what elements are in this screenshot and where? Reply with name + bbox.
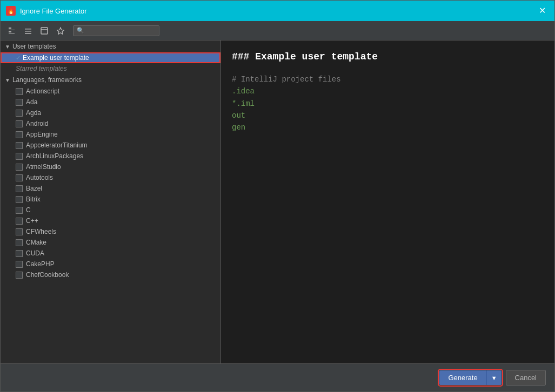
close-button[interactable]: ✕ (536, 5, 549, 16)
checkbox-cakephp (16, 261, 23, 268)
checkbox-cuda (16, 250, 23, 257)
item-label: Bazel (26, 185, 42, 192)
list-item[interactable]: CUDA (1, 248, 220, 259)
list-item[interactable]: Actionscript (1, 86, 220, 97)
example-user-template-item[interactable]: ✓ Example user template (1, 52, 220, 63)
list-item[interactable]: CakePHP (1, 259, 220, 269)
svg-rect-4 (25, 29, 31, 30)
checkbox-actionscript (16, 88, 23, 95)
checkbox-android (16, 120, 23, 127)
svg-rect-0 (9, 28, 11, 29)
checkbox-chefcookbook (16, 272, 23, 279)
generate-arrow-button[interactable]: ▼ (486, 370, 501, 385)
list-item[interactable]: Android (1, 118, 220, 129)
item-label: AppceleratorTitanium (26, 141, 88, 149)
svg-rect-2 (9, 31, 11, 32)
footer: Generate ▼ Cancel (1, 363, 554, 391)
search-box[interactable]: 🔍 (73, 25, 159, 36)
list-item[interactable]: CMake (1, 237, 220, 248)
list-item[interactable]: Agda (1, 107, 220, 118)
languages-frameworks-label: Languages, frameworks (12, 76, 82, 84)
list-item[interactable]: ArchLinuxPackages (1, 151, 220, 161)
checkbox-archlinux (16, 153, 23, 160)
item-label: CMake (26, 239, 46, 246)
cancel-button[interactable]: Cancel (506, 370, 546, 386)
checkbox-bitrix (16, 196, 23, 203)
user-templates-section[interactable]: ▼ User templates (1, 40, 220, 52)
list-item[interactable]: ChefCookbook (1, 269, 220, 280)
list-item[interactable]: CFWheels (1, 226, 220, 237)
checkbox-cfwheels (16, 228, 23, 235)
svg-rect-7 (41, 28, 48, 34)
item-label: Android (26, 120, 48, 127)
code-line-3: *.iml (232, 98, 544, 110)
list-item[interactable]: Ada (1, 97, 220, 107)
checkbox-appcelerator (16, 142, 23, 149)
svg-rect-6 (25, 33, 31, 34)
starred-templates-item[interactable]: Starred templates (1, 63, 220, 74)
generate-button[interactable]: Generate (439, 370, 486, 385)
item-label: Bitrix (26, 195, 41, 203)
collapse-all-button[interactable] (21, 24, 35, 38)
example-user-template-label: Example user template (23, 54, 89, 62)
checkbox-agda (16, 110, 23, 117)
code-line-5: gen (232, 121, 544, 133)
checkbox-c (16, 207, 23, 214)
checkbox-cpp (16, 218, 23, 225)
starred-templates-label: Starred templates (16, 65, 67, 72)
code-line-4: out (232, 110, 544, 121)
item-label: Ada (26, 98, 37, 106)
list-item[interactable]: AtmelStudio (1, 161, 220, 172)
checkmark-icon: ✓ (16, 55, 21, 62)
checkbox-ada (16, 99, 23, 106)
checkbox-autotools (16, 174, 23, 181)
item-label: AtmelStudio (26, 163, 61, 171)
svg-rect-1 (9, 30, 15, 30)
dialog-title: Ignore File Generator (20, 7, 87, 15)
item-label: C++ (26, 217, 38, 225)
checkbox-bazel (16, 185, 23, 192)
languages-frameworks-section[interactable]: ▼ Languages, frameworks (1, 74, 220, 86)
title-bar-left: 🔥 Ignore File Generator (6, 6, 87, 16)
item-label: Autotools (26, 174, 53, 181)
list-item[interactable]: Bitrix (1, 194, 220, 205)
arrow-down-icon: ▼ (491, 375, 497, 381)
svg-rect-5 (25, 31, 31, 32)
item-label: ArchLinuxPackages (26, 152, 83, 160)
item-label: Agda (26, 109, 41, 117)
toolbar: 🔍 (1, 21, 554, 40)
right-panel: ### Example user template # IntelliJ pro… (221, 40, 554, 363)
svg-rect-3 (9, 33, 15, 33)
svg-marker-9 (57, 28, 64, 35)
list-item[interactable]: Autotools (1, 172, 220, 183)
item-label: AppEngine (26, 131, 58, 138)
expand-all-button[interactable] (5, 24, 19, 38)
view-options-button[interactable] (37, 24, 51, 38)
star-button[interactable] (54, 24, 68, 38)
list-item[interactable]: C++ (1, 215, 220, 226)
item-label: CFWheels (26, 228, 56, 235)
checkbox-appengine (16, 131, 23, 138)
checkbox-atmel (16, 164, 23, 171)
item-label: ChefCookbook (26, 271, 69, 279)
list-item[interactable]: AppceleratorTitanium (1, 140, 220, 151)
item-label: CakePHP (26, 260, 55, 268)
generate-button-wrapper: Generate ▼ (439, 370, 501, 385)
search-icon: 🔍 (77, 27, 84, 34)
triangle-icon: ▼ (5, 44, 10, 50)
title-bar: 🔥 Ignore File Generator ✕ (1, 1, 554, 21)
code-line-2: .idea (232, 85, 544, 97)
triangle-icon-2: ▼ (5, 77, 10, 83)
preview-title: ### Example user template (232, 49, 544, 65)
code-line-1: # IntelliJ project files (232, 73, 544, 85)
item-label: Actionscript (26, 87, 59, 95)
app-icon: 🔥 (6, 6, 16, 16)
list-item[interactable]: Bazel (1, 183, 220, 194)
list-item[interactable]: C (1, 205, 220, 215)
item-label: C (26, 206, 31, 214)
dialog: 🔥 Ignore File Generator ✕ 🔍 ▼ (0, 0, 555, 392)
checkbox-cmake (16, 239, 23, 246)
list-item[interactable]: AppEngine (1, 129, 220, 140)
search-input[interactable] (86, 27, 156, 35)
user-templates-label: User templates (12, 43, 56, 50)
